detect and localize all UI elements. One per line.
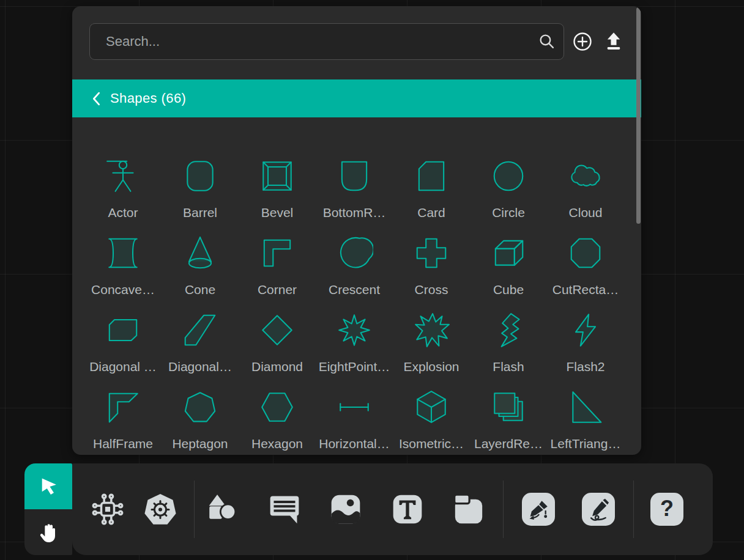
select-tool-group [24,463,72,555]
cloud-shape-icon [567,154,604,198]
pan-tool-button[interactable] [24,509,72,555]
container-tool-button[interactable] [452,492,486,526]
toolbar-separator [633,481,634,538]
shape-label: Heptagon [172,437,228,451]
shape-item-flash[interactable]: Flash [470,308,547,385]
shape-item-diamond[interactable]: Diamond [239,308,316,385]
shape-item-diagonal-stripe[interactable]: Diagonal… [162,308,239,385]
shapes-library-tool-button[interactable] [206,492,240,526]
layered-rectangles-shape-icon [489,385,527,429]
diagonal-stripe-shape-icon [181,308,219,352]
sketch-tool-button[interactable] [582,493,615,526]
shape-item-bevel[interactable]: Bevel [239,154,316,231]
comment-tool-button[interactable] [267,492,302,526]
flash-shape-icon [489,308,527,352]
circuit-icon [91,492,125,526]
shape-item-left-triangle[interactable]: LeftTriang… [547,385,624,455]
shape-item-actor[interactable]: Actor [84,154,162,231]
shape-item-flash2[interactable]: Flash2 [547,308,624,385]
actor-shape-icon [104,154,142,198]
back-button[interactable] [91,90,102,108]
shape-item-cloud[interactable]: Cloud [547,154,624,231]
diamond-shape-icon [258,308,296,352]
shape-label: HalfFrame [93,437,153,451]
bevel-shape-icon [258,154,296,198]
shape-library-panel: Shapes (66) ActorBarrelBevelBottomR…Card… [72,6,641,455]
shape-item-layered-rectangles[interactable]: LayerdRe… [470,385,547,455]
shape-label: Cross [415,282,448,297]
isometric-cube-shape-icon [412,385,450,429]
shape-item-heptagon[interactable]: Heptagon [162,385,239,455]
plus-circle-icon [570,29,595,54]
shape-label: Actor [108,205,138,220]
shape-item-eight-pointed-star[interactable]: EightPoint… [316,308,393,385]
left-triangle-shape-icon [567,385,604,429]
shape-label: Isometric… [399,437,464,451]
pen-arrow-icon [527,498,550,521]
shape-label: Diamond [251,359,303,374]
shapes-icon [206,492,240,526]
shape-label: Bevel [261,205,294,220]
shape-label: Crescent [329,282,380,297]
main-toolbar: ? [72,463,713,555]
search-input[interactable] [89,23,564,60]
half-frame-shape-icon [104,385,142,429]
shape-item-cross[interactable]: Cross [393,231,470,308]
heptagon-shape-icon [181,385,219,429]
hexagon-shape-icon [258,385,296,429]
library-title: Shapes (66) [110,90,186,106]
diagonal-rounded-rectangle-shape-icon [104,308,142,352]
edge-pen-tool-button[interactable] [522,493,555,526]
container-icon [452,492,486,526]
image-tool-button[interactable] [329,492,363,526]
toolbar-separator [194,481,195,538]
cut-rectangle-shape-icon [567,231,604,275]
shape-item-half-frame[interactable]: HalfFrame [84,385,162,455]
text-tool-button[interactable] [390,492,425,526]
shape-item-isometric-cube[interactable]: Isometric… [393,385,470,455]
shape-label: Flash [493,359,524,374]
scrollbar-thumb[interactable] [636,7,641,224]
shape-label: CutRecta… [552,282,619,297]
shape-label: Corner [258,282,297,297]
shape-label: Diagonal… [168,359,232,374]
shape-item-bottom-rounded-rectangle[interactable]: BottomR… [316,154,393,231]
shape-label: BottomR… [323,205,386,220]
explosion-shape-icon [412,308,450,352]
chevron-left-icon [92,91,101,106]
shape-item-diagonal-rounded-rectangle[interactable]: Diagonal … [84,308,162,385]
crescent-shape-icon [335,231,373,275]
shape-item-card[interactable]: Card [393,154,470,231]
cursor-icon [37,475,60,498]
shape-item-cone[interactable]: Cone [162,231,239,308]
flash2-shape-icon [567,308,604,352]
shape-item-barrel[interactable]: Barrel [162,154,239,231]
shape-item-corner[interactable]: Corner [239,231,316,308]
add-shape-button[interactable] [570,29,595,54]
components-tool-button[interactable] [91,492,125,526]
canvas[interactable]: { "colors": { "accent": "#00B39F", "canv… [0,0,744,560]
help-tool-button[interactable]: ? [650,493,683,526]
shape-item-horizontal-line[interactable]: Horizontal… [316,385,393,455]
kubernetes-icon [143,492,177,526]
shape-item-crescent[interactable]: Crescent [316,231,393,308]
upload-icon [603,31,624,52]
import-button[interactable] [603,31,624,52]
shape-label: Horizontal… [319,437,390,451]
circle-shape-icon [489,154,527,198]
shape-label: EightPoint… [319,359,390,374]
shape-label: Explosion [403,359,459,374]
bottom-rounded-rectangle-shape-icon [335,154,373,198]
shape-item-circle[interactable]: Circle [470,154,547,231]
kubernetes-tool-button[interactable] [143,492,177,526]
shape-label: Concave… [91,282,155,297]
corner-shape-icon [258,231,296,275]
shape-item-concave-rectangle[interactable]: Concave… [84,231,162,308]
shape-item-hexagon[interactable]: Hexagon [239,385,316,455]
shape-item-cube[interactable]: Cube [470,231,547,308]
shape-item-explosion[interactable]: Explosion [393,308,470,385]
shape-label: Card [417,205,445,220]
select-tool-button[interactable] [24,463,72,509]
magnifier-icon [538,33,555,50]
shape-item-cut-rectangle[interactable]: CutRecta… [547,231,624,308]
